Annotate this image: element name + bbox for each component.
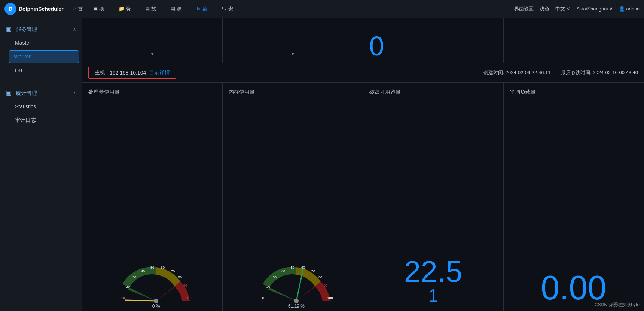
nav-security[interactable]: 🛡 安... <box>218 4 241 14</box>
topnav: D DolphinScheduler ⌂ 首 ▣ 项... 📁 资... ▤ 数… <box>0 0 644 18</box>
layout: ▣ 服务管理 ∧ Master Worker DB ▣ 统计管理 ∧ <box>0 18 644 311</box>
partial-card-2: ▼ <box>223 18 363 63</box>
nav-project[interactable]: ▣ 项... <box>89 4 112 14</box>
stats-group-icon: ▣ <box>6 90 12 96</box>
svg-text:90: 90 <box>324 284 327 287</box>
partial-value-3: 0 <box>369 33 384 60</box>
service-management-header[interactable]: ▣ 服务管理 ∧ <box>0 22 82 36</box>
service-group-icon: ▣ <box>6 26 12 32</box>
svg-text:30: 30 <box>273 275 277 279</box>
cpu-gauge: 10 20 30 40 50 60 70 80 90 100 <box>115 256 190 305</box>
sidebar-item-db[interactable]: DB <box>0 64 82 77</box>
top-partial-cards: ▼ ▼ 0 <box>82 18 644 63</box>
user-icon: 👤 <box>619 6 625 12</box>
cpu-title: 处理器使用量 <box>88 89 120 96</box>
svg-text:100: 100 <box>187 296 193 300</box>
load-value-large: 0.00 <box>510 271 638 305</box>
nav-home[interactable]: ⌂ 首 <box>70 4 86 14</box>
metric-card-disk: 磁盘可用容量 22.5 1 <box>363 83 504 311</box>
nav-source[interactable]: ▤ 源... <box>167 4 189 14</box>
heartbeat-time: 最后心跳时间: 2024-02-10 00:43:40 <box>561 70 638 75</box>
svg-text:40: 40 <box>281 269 285 273</box>
svg-text:100: 100 <box>327 296 333 300</box>
stats-chevron-icon: ∧ <box>73 91 76 96</box>
metric-card-memory: 内存使用量 10 20 30 <box>223 83 363 311</box>
memory-title: 内存使用量 <box>229 89 255 96</box>
logo-text: DolphinScheduler <box>19 6 64 12</box>
svg-text:90: 90 <box>183 284 187 287</box>
sidebar-item-master[interactable]: Master <box>0 36 82 49</box>
metric-card-cpu: 处理器使用量 <box>82 83 223 311</box>
logo-icon: D <box>4 3 16 15</box>
dropdown-arrow-2: ▼ <box>290 51 295 57</box>
svg-text:80: 80 <box>318 275 322 279</box>
nav-resource[interactable]: 📁 资... <box>115 4 139 14</box>
service-management-group: ▣ 服务管理 ∧ Master Worker DB <box>0 18 82 82</box>
main-content: ▼ ▼ 0 主机: 192.168.10.104 目录详情 创建时间: 2024… <box>82 18 644 311</box>
svg-text:30: 30 <box>132 275 136 279</box>
svg-text:50: 50 <box>291 266 294 269</box>
svg-point-25 <box>294 299 299 303</box>
disk-title: 磁盘可用容量 <box>369 89 401 96</box>
svg-line-11 <box>125 300 156 301</box>
host-address: 192.168.10.104 <box>110 70 146 76</box>
created-time: 创建时间: 2024-02-09 22:46:11 <box>483 70 551 75</box>
nav-monitoring[interactable]: 🖥 监... <box>192 4 215 14</box>
sidebar-item-worker[interactable]: Worker <box>9 50 79 63</box>
svg-text:50: 50 <box>150 266 154 269</box>
svg-point-12 <box>154 299 158 303</box>
host-info-bar: 主机: 192.168.10.104 目录详情 创建时间: 2024-02-09… <box>82 63 644 83</box>
host-label: 主机: <box>95 69 107 76</box>
disk-value-sub: 1 <box>369 287 497 305</box>
security-icon: 🛡 <box>222 6 227 12</box>
metric-card-load: 平均负载量 0.00 <box>504 83 644 311</box>
svg-text:20: 20 <box>126 285 130 289</box>
svg-text:70: 70 <box>311 269 315 273</box>
stats-management-group: ▣ 统计管理 ∧ Statistics 审计日志 <box>0 82 82 132</box>
sidebar-item-statistics[interactable]: Statistics <box>0 100 82 113</box>
sidebar-item-audit-log[interactable]: 审计日志 <box>0 113 82 127</box>
svg-text:10: 10 <box>262 296 265 300</box>
svg-text:0 %: 0 % <box>152 304 160 308</box>
user-menu[interactable]: 👤 admin <box>619 6 640 12</box>
memory-gauge-container: 10 20 30 40 50 60 70 80 90 100 <box>229 103 357 305</box>
cpu-gauge-container: 10 20 30 40 50 60 70 80 90 100 <box>88 103 216 305</box>
sidebar: ▣ 服务管理 ∧ Master Worker DB ▣ 统计管理 ∧ <box>0 18 82 311</box>
ui-settings-link[interactable]: 界面设置 <box>514 6 534 12</box>
svg-text:61.19 %: 61.19 % <box>288 304 305 308</box>
service-chevron-icon: ∧ <box>73 27 76 32</box>
memory-gauge: 10 20 30 40 50 60 70 80 90 100 <box>255 256 330 305</box>
partial-card-4 <box>504 18 644 63</box>
load-title: 平均负载量 <box>510 89 536 96</box>
host-info-right: 创建时间: 2024-02-09 22:46:11 最后心跳时间: 2024-0… <box>483 69 638 76</box>
svg-text:80: 80 <box>178 275 182 279</box>
timezone-selector[interactable]: Asia/Shanghai ∨ <box>577 6 613 12</box>
host-info-left: 主机: 192.168.10.104 目录详情 <box>88 67 176 79</box>
svg-text:40: 40 <box>141 269 145 273</box>
nav-datasource[interactable]: ▤ 数... <box>141 4 164 14</box>
svg-text:70: 70 <box>171 269 175 273</box>
directory-detail-link[interactable]: 目录详情 <box>149 69 170 76</box>
theme-toggle[interactable]: 浅色 <box>540 6 549 12</box>
datasource-icon: ▤ <box>145 6 150 12</box>
svg-text:10: 10 <box>121 296 125 300</box>
source-icon: ▤ <box>171 6 175 12</box>
disk-value-large: 22.5 <box>369 257 497 287</box>
language-selector[interactable]: 中文 ∨ <box>555 6 571 12</box>
svg-text:20: 20 <box>266 285 270 289</box>
logo: D DolphinScheduler <box>4 3 64 15</box>
metrics-grid: 处理器使用量 <box>82 83 644 311</box>
watermark: CSDN @爱吃辣条byte <box>595 302 640 308</box>
folder-icon: 📁 <box>119 6 125 12</box>
nav-right: 界面设置 浅色 中文 ∨ Asia/Shanghai ∨ 👤 admin <box>514 6 640 12</box>
home-icon: ⌂ <box>73 6 76 12</box>
monitor-icon: 🖥 <box>196 6 201 12</box>
project-icon: ▣ <box>93 6 98 12</box>
dropdown-arrow-1: ▼ <box>150 51 155 57</box>
svg-text:60: 60 <box>161 266 165 269</box>
stats-management-header[interactable]: ▣ 统计管理 ∧ <box>0 86 82 100</box>
partial-card-3: 0 <box>363 18 504 63</box>
partial-card-1: ▼ <box>82 18 223 63</box>
